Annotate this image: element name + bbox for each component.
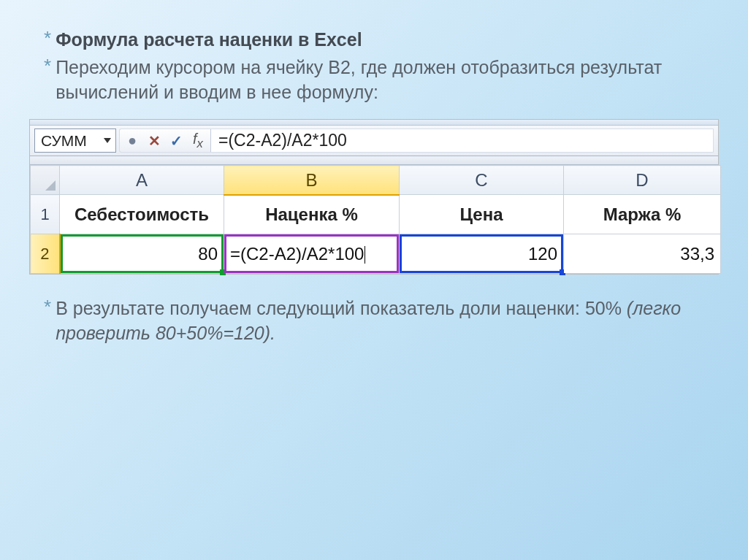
slide-intro: Переходим курсором на ячейку B2, где дол… [56, 55, 719, 105]
expand-icon[interactable]: ● [124, 132, 140, 149]
col-header-D[interactable]: D [564, 166, 721, 195]
row-2: 2 80 =(C2-A2)/A2*100 120 33,3 [31, 234, 721, 274]
formula-bar-controls: ● ✕ ✓ fx [119, 129, 211, 153]
row-1: 1 Себестоимость Наценка % Цена Маржа % [31, 195, 721, 234]
cell-C2[interactable]: 120 [400, 234, 564, 274]
cell-D1[interactable]: Маржа % [564, 195, 721, 234]
formula-bar-row: СУММ ● ✕ ✓ fx =(C2-A2)/A2*100 [30, 126, 718, 156]
cell-D2[interactable]: 33,3 [564, 234, 721, 274]
col-header-C[interactable]: C [400, 166, 564, 195]
intro-line: * Переходим курсором на ячейку B2, где д… [29, 55, 719, 105]
result-prefix: В результате получаем следующий показате… [56, 298, 585, 318]
ribbon-strip [30, 120, 718, 126]
slide-result: В результате получаем следующий показате… [56, 296, 719, 346]
bullet-asterisk: * [44, 296, 51, 318]
spacer-strip [30, 156, 718, 165]
row-header-1[interactable]: 1 [31, 195, 60, 234]
cell-B1[interactable]: Наценка % [224, 195, 400, 234]
col-header-B[interactable]: B [224, 166, 400, 195]
cell-B2-text: =(C2-A2)/A2*100 [230, 244, 364, 264]
cell-A1[interactable]: Себестоимость [60, 195, 224, 234]
row-header-2[interactable]: 2 [31, 234, 60, 274]
enter-formula-icon[interactable]: ✓ [168, 132, 184, 150]
result-line: * В результате получаем следующий показа… [29, 296, 719, 346]
text-cursor [365, 246, 365, 264]
name-box-dropdown-icon[interactable] [104, 138, 111, 143]
worksheet: A B C D 1 Себестоимость Наценка % Цена М… [30, 165, 721, 274]
excel-screenshot: СУММ ● ✕ ✓ fx =(C2-A2)/A2*100 A B C D [29, 119, 719, 275]
column-header-row: A B C D [31, 166, 721, 195]
name-box-value: СУММ [41, 132, 87, 150]
bullet-asterisk: * [44, 55, 51, 77]
formula-bar-text: =(C2-A2)/A2*100 [218, 131, 347, 150]
name-box[interactable]: СУММ [34, 129, 116, 153]
formula-bar-input[interactable]: =(C2-A2)/A2*100 [211, 129, 714, 153]
col-header-A[interactable]: A [60, 166, 224, 195]
slide-title: Формула расчета наценки в Excel [56, 28, 362, 53]
select-all-corner[interactable] [31, 166, 60, 195]
bullet-asterisk: * [44, 28, 51, 49]
title-line: * Формула расчета наценки в Excel [29, 28, 719, 53]
cancel-formula-icon[interactable]: ✕ [146, 132, 162, 150]
fx-icon[interactable]: fx [190, 131, 206, 151]
cell-C1[interactable]: Цена [400, 195, 564, 234]
cell-B2[interactable]: =(C2-A2)/A2*100 [224, 234, 400, 274]
result-value: 50% [585, 298, 622, 318]
cell-A2[interactable]: 80 [60, 234, 224, 274]
